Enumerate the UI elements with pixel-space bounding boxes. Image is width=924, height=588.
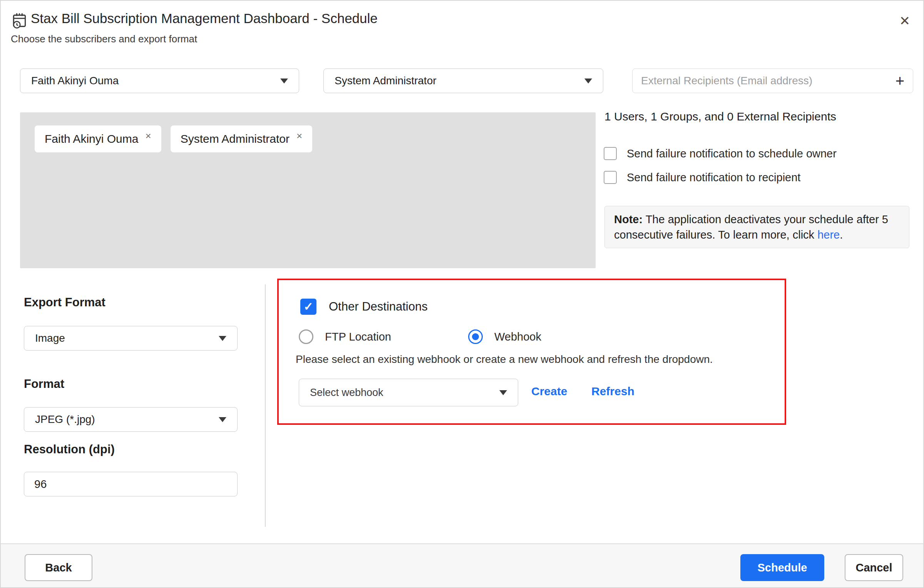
chip-label: Faith Akinyi Ouma [45,132,138,145]
webhook-select-value: Select webhook [310,387,499,399]
back-button[interactable]: Back [25,554,92,581]
add-recipient-icon[interactable]: + [890,73,904,89]
group-select[interactable]: System Administrator [323,68,603,93]
schedule-calendar-icon [11,12,28,30]
user-select[interactable]: Faith Akinyi Ouma [20,68,299,93]
destination-radio-ftp[interactable] [299,329,313,344]
create-webhook-link[interactable]: Create [531,385,567,398]
notify-recipient-row: Send failure notification to recipient [604,171,800,184]
dialog-title: Stax Bill Subscription Management Dashbo… [31,11,378,26]
chevron-down-icon [584,79,592,84]
chip-label: System Administrator [181,132,290,145]
destination-type-radios: FTP Location Webhook [299,329,541,344]
other-destinations-row: ✓ Other Destinations [300,299,428,315]
notify-owner-checkbox[interactable] [604,147,617,160]
chevron-down-icon [280,79,288,84]
close-icon[interactable]: ✕ [896,12,913,29]
resolution-input[interactable] [24,472,238,496]
export-type-select[interactable]: Image [24,326,238,351]
other-destinations-label: Other Destinations [329,300,428,314]
schedule-button[interactable]: Schedule [740,554,824,581]
refresh-webhook-link[interactable]: Refresh [591,385,634,398]
note-bold: Note: [614,213,643,226]
other-destinations-section: ✓ Other Destinations FTP Location Webhoo… [277,279,786,425]
notify-recipient-label: Send failure notification to recipient [627,171,800,184]
group-select-value: System Administrator [335,75,584,87]
chevron-down-icon [499,390,507,395]
chip-remove-icon[interactable]: × [296,130,302,142]
destination-radio-webhook[interactable] [468,329,483,344]
recipient-summary: 1 Users, 1 Groups, and 0 External Recipi… [604,110,912,123]
note-suffix: . [840,229,843,241]
user-select-value: Faith Akinyi Ouma [31,75,280,87]
schedule-dialog: Stax Bill Subscription Management Dashbo… [0,0,924,588]
chevron-down-icon [219,417,226,422]
external-recipients-field: + [632,68,913,93]
selected-recipients-panel: Faith Akinyi Ouma × System Administrator… [20,112,596,268]
note-here-link[interactable]: here [817,229,840,241]
section-divider [265,284,266,527]
file-format-select[interactable]: JPEG (*.jpg) [24,407,238,432]
other-destinations-checkbox[interactable]: ✓ [300,299,316,315]
export-type-value: Image [35,332,219,344]
recipient-chip: System Administrator × [171,125,313,152]
webhook-hint: Please select an existing webhook or cre… [296,353,713,366]
format-heading: Format [24,377,64,391]
export-format-heading: Export Format [24,296,105,309]
resolution-heading: Resolution (dpi) [24,443,115,456]
webhook-select[interactable]: Select webhook [299,379,518,406]
cancel-button[interactable]: Cancel [845,554,903,581]
notify-recipient-checkbox[interactable] [604,171,617,184]
note-body: The application deactivates your schedul… [614,213,888,241]
dialog-subtitle: Choose the subscribers and export format [11,33,197,45]
recipient-chip: Faith Akinyi Ouma × [35,125,161,152]
file-format-value: JPEG (*.jpg) [35,413,219,426]
ftp-location-label: FTP Location [325,331,391,343]
footer-bar: Back Schedule Cancel [1,543,923,587]
notify-owner-row: Send failure notification to schedule ow… [604,147,837,160]
check-icon: ✓ [303,301,313,312]
chip-remove-icon[interactable]: × [145,130,151,142]
notify-owner-label: Send failure notification to schedule ow… [627,147,837,160]
note-box: Note: The application deactivates your s… [604,206,909,248]
webhook-label: Webhook [494,331,541,343]
external-recipients-input[interactable] [641,75,890,87]
chevron-down-icon [219,336,226,341]
